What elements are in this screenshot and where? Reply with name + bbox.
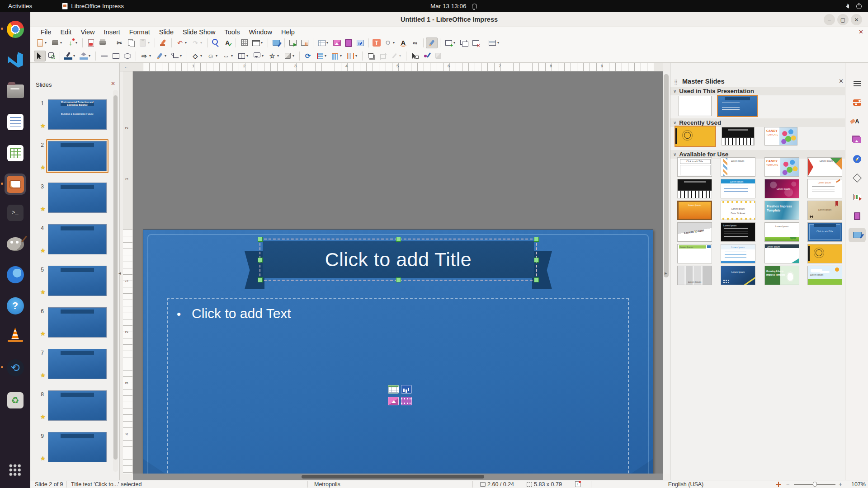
template-sunny-meadow[interactable]: Lorem Ipsum — [807, 266, 842, 285]
scrollbar-thumb[interactable] — [664, 74, 669, 277]
flowchart-button[interactable]: ▾ — [236, 51, 251, 61]
resize-handle-sw[interactable] — [258, 277, 263, 282]
resize-handle-e[interactable] — [534, 258, 539, 263]
slides-panel-close-icon[interactable]: ✕ — [111, 80, 115, 87]
crop-button[interactable] — [377, 51, 388, 61]
arrange-button[interactable]: ▾ — [329, 51, 344, 61]
dock-item-gimp[interactable] — [5, 233, 26, 254]
template-vivid[interactable]: Lorem Ipsum — [721, 157, 755, 177]
resize-handle-n[interactable] — [396, 237, 401, 242]
align-objects-button[interactable]: ▾ — [314, 51, 329, 61]
resize-handle-w[interactable] — [258, 258, 263, 263]
stars-banners-button[interactable]: ☆▾ — [266, 51, 282, 61]
symbol-shapes-button[interactable]: ☺▾ — [205, 51, 220, 61]
dock-item-terminal[interactable]: >_ — [5, 202, 26, 223]
master-thumb-blank[interactable] — [679, 96, 712, 116]
shadow-button[interactable] — [365, 51, 377, 61]
gallery-tab[interactable] — [849, 133, 866, 147]
zoom-in-button[interactable]: + — [839, 481, 842, 488]
close-document-button[interactable]: ✕ — [859, 28, 863, 35]
start-first-slide-button[interactable] — [287, 38, 299, 48]
copy-button[interactable] — [125, 38, 137, 48]
template-gray-angle[interactable]: Lorem Ipsum — [677, 222, 712, 242]
menu-file[interactable]: File — [37, 28, 55, 36]
edit-points-button[interactable] — [409, 51, 420, 61]
template-focus[interactable]: Click to add Title — [677, 157, 712, 177]
dock-item-thunderbird[interactable] — [5, 264, 26, 285]
master-slide-name[interactable]: Metropolis — [314, 481, 340, 488]
template-blue-lines[interactable]: Lorem Ipsum — [721, 244, 755, 263]
template-yellow-dots[interactable]: Lorem Ipsum Dolor Sit Amet — [721, 201, 755, 220]
3d-objects-button[interactable]: ▾ — [282, 51, 297, 61]
scrollbar-thumb[interactable] — [302, 475, 484, 479]
display-views-button[interactable]: ▾ — [250, 38, 265, 48]
template-progress[interactable]: Lorem Ipsum — [764, 179, 799, 198]
vertical-ruler[interactable]: 2 1 1 2 3 4 — [123, 71, 133, 474]
resize-handle-ne[interactable] — [534, 237, 539, 242]
template-blue-pencil[interactable]: Lorem Ipsum — [721, 266, 755, 285]
horizontal-ruler[interactable]: 1 2 3 4 5 6 7 8 9 — [133, 63, 663, 71]
insert-media-button[interactable] — [343, 38, 354, 48]
slide-thumbnail-8[interactable] — [48, 390, 107, 421]
template-candy[interactable]: CANDY TEMPLATE — [764, 157, 799, 177]
template-meadow[interactable]: Lorem Ipsum — [764, 222, 799, 242]
curves-polygons-button[interactable]: ▾ — [154, 51, 169, 61]
menu-window[interactable]: Window — [245, 28, 276, 36]
recent-thumb-piano[interactable] — [722, 127, 755, 145]
master-panel-close-icon[interactable]: ✕ — [839, 78, 844, 84]
clock-menu[interactable]: Mar 13 13:06 — [430, 3, 477, 9]
menu-view[interactable]: View — [76, 28, 99, 36]
new-document-button[interactable]: ▾ — [34, 38, 49, 48]
insert-fontwork-button[interactable]: A — [397, 38, 409, 48]
insert-media-placeholder-icon[interactable] — [401, 397, 412, 405]
template-dark-teal[interactable]: Lorem Ipsum — [764, 244, 799, 263]
zoom-pan-button[interactable] — [46, 51, 57, 61]
undo-button[interactable]: ↶▾ — [174, 38, 189, 48]
menu-slide[interactable]: Slide — [155, 28, 178, 36]
system-tray[interactable] — [844, 4, 862, 9]
gluepoints-button[interactable] — [420, 51, 432, 61]
slide-thumbnail-3[interactable] — [48, 183, 107, 213]
resize-handle-s[interactable] — [396, 277, 401, 282]
focused-app-indicator[interactable]: LibreOffice Impress — [62, 3, 124, 9]
show-draw-functions-button[interactable] — [426, 38, 438, 48]
insert-rectangle-button[interactable] — [110, 51, 122, 61]
connectors-button[interactable]: ▾ — [169, 51, 184, 61]
slide-transition-tab[interactable] — [849, 190, 866, 204]
basic-shapes-button[interactable]: ◇▾ — [189, 51, 205, 61]
image-filter-button[interactable]: ▾ — [388, 51, 404, 61]
master-thumb-metropolis-selected[interactable] — [717, 95, 758, 117]
slide-layout-button[interactable]: ▾ — [486, 38, 502, 48]
dock-item-trash[interactable]: ♻ — [5, 389, 26, 411]
menu-edit[interactable]: Edit — [56, 28, 75, 36]
menu-format[interactable]: Format — [125, 28, 154, 36]
navigator-tab[interactable] — [849, 152, 866, 166]
master-slides-tab[interactable] — [849, 228, 866, 242]
template-yellow-idea[interactable] — [807, 244, 842, 263]
activities-button[interactable]: Activities — [8, 3, 32, 9]
duplicate-slide-button[interactable] — [458, 38, 470, 48]
insert-hyperlink-button[interactable]: ∞ — [409, 38, 421, 48]
panel-grip-icon[interactable]: ⣿ — [674, 79, 678, 85]
insert-textbox-button[interactable]: T — [371, 38, 382, 48]
left-panel-splitter[interactable]: ◂ — [118, 270, 121, 276]
save-button[interactable]: ↓▾ — [65, 38, 80, 48]
dock-item-impress[interactable] — [5, 174, 26, 195]
find-replace-button[interactable] — [210, 38, 222, 48]
animation-tab[interactable] — [849, 209, 866, 223]
minimize-button[interactable]: – — [824, 14, 835, 25]
block-arrows-button[interactable]: ⇔▾ — [220, 51, 236, 61]
insert-table-button[interactable]: ▾ — [316, 38, 331, 48]
fit-slide-icon[interactable] — [776, 482, 781, 487]
template-pencil[interactable]: Lorem Ipsum — [807, 157, 842, 177]
clone-formatting-button[interactable] — [157, 38, 169, 48]
show-applications-button[interactable] — [5, 460, 26, 481]
lines-arrows-button[interactable]: ⇨▾ — [138, 51, 154, 61]
slide-thumbnail-9[interactable] — [48, 432, 107, 462]
template-green-bar[interactable]: Lorem Ipsum — [677, 244, 712, 263]
slide-thumbnail-1[interactable]: Environmental Protection and Ecological … — [48, 99, 107, 130]
menu-tools[interactable]: Tools — [221, 28, 244, 36]
section-used-in-presentation[interactable]: ∨ Used in This Presentation — [670, 87, 845, 95]
menu-insert[interactable]: Insert — [100, 28, 124, 36]
template-blackboard[interactable]: Lorem Ipsum — [721, 222, 755, 242]
